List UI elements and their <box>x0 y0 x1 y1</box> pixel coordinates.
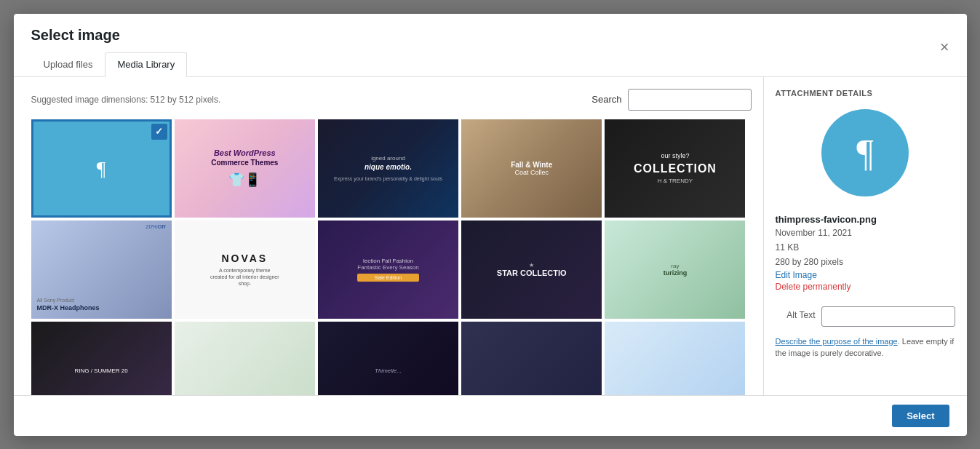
grid-item-8[interactable]: lection Fall Fashion Fantastic Every Sea… <box>318 220 458 319</box>
select-button[interactable]: Select <box>892 405 949 427</box>
grid-item-4[interactable]: Fall & Winte Coat Collec <box>461 119 602 218</box>
modal-footer: Select <box>14 395 967 436</box>
grid-item-10[interactable]: ray turizing <box>605 220 745 319</box>
search-input[interactable] <box>628 89 752 111</box>
tab-media-library[interactable]: Media Library <box>105 52 187 77</box>
alt-help-text: Describe the purpose of the image. Leave… <box>776 335 955 359</box>
grid-item-5[interactable]: our style? COLLECTION H & TRENDY <box>605 119 745 218</box>
delete-permanently-link[interactable]: Delete permanently <box>776 282 955 292</box>
grid-item-11[interactable]: RING / SUMMER 20 <box>31 322 172 395</box>
attachment-preview: ¶ <box>821 109 909 196</box>
toolbar: Suggested image dimensions: 512 by 512 p… <box>31 89 752 111</box>
search-label: Search <box>591 94 621 105</box>
attachment-preview-icon: ¶ <box>836 124 894 182</box>
media-grid-wrapper: ¶ ✓ Best WordPress Commerce <box>31 119 752 395</box>
grid-item-1[interactable]: ¶ ✓ <box>31 119 172 218</box>
grid-item-9[interactable]: ★ STAR COLLECTIO <box>461 220 602 319</box>
close-button[interactable]: × <box>940 39 949 55</box>
grid-item-3[interactable]: igned around nique emotio. Express your … <box>318 119 458 218</box>
modal-title: Select image <box>31 27 188 44</box>
modal-overlay: Select image Upload files Media Library … <box>0 0 980 449</box>
grid-item-15[interactable] <box>605 322 745 395</box>
alt-text-input[interactable] <box>821 306 955 327</box>
tab-upload[interactable]: Upload files <box>31 52 105 77</box>
search-area: Search <box>591 89 751 111</box>
attachment-dimensions: 280 by 280 pixels <box>776 255 955 269</box>
modal-body: Suggested image dimensions: 512 by 512 p… <box>14 77 967 395</box>
media-grid: ¶ ✓ Best WordPress Commerce <box>31 119 752 395</box>
alt-text-row: Alt Text <box>776 306 955 327</box>
selected-checkmark-1: ✓ <box>151 124 167 140</box>
tab-list: Upload files Media Library <box>31 52 188 76</box>
attachment-size: 11 KB <box>776 241 955 254</box>
hint-text: Suggested image dimensions: 512 by 512 p… <box>31 95 221 105</box>
alt-text-label: Alt Text <box>776 306 816 320</box>
attachment-info: thimpress-favicon.png November 11, 2021 … <box>776 214 955 292</box>
grid-item-6[interactable]: All Sony Product MDR-X Headphones 20%Off <box>31 220 172 319</box>
edit-image-link[interactable]: Edit Image <box>776 270 955 280</box>
grid-item-14[interactable] <box>461 322 602 395</box>
svg-text:¶: ¶ <box>856 132 874 174</box>
grid-item-12[interactable] <box>175 322 315 395</box>
grid-item-7[interactable]: NOVAS A contemporary themecreated for al… <box>175 220 315 319</box>
grid-item-13[interactable]: Thimelle... <box>318 322 458 395</box>
grid-item-2[interactable]: Best WordPress Commerce Themes 👕📱 <box>175 119 315 218</box>
alt-help-link[interactable]: Describe the purpose of the image <box>776 337 898 346</box>
attachment-date: November 11, 2021 <box>776 226 955 239</box>
attachment-sidebar: ATTACHMENT DETAILS ¶ thimpress-favicon.p… <box>763 77 967 395</box>
select-image-modal: Select image Upload files Media Library … <box>14 14 967 436</box>
media-area: Suggested image dimensions: 512 by 512 p… <box>14 77 763 395</box>
attachment-section-title: ATTACHMENT DETAILS <box>776 89 955 98</box>
svg-text:¶: ¶ <box>97 157 106 180</box>
attachment-filename: thimpress-favicon.png <box>776 214 955 225</box>
modal-header: Select image Upload files Media Library … <box>14 14 967 77</box>
